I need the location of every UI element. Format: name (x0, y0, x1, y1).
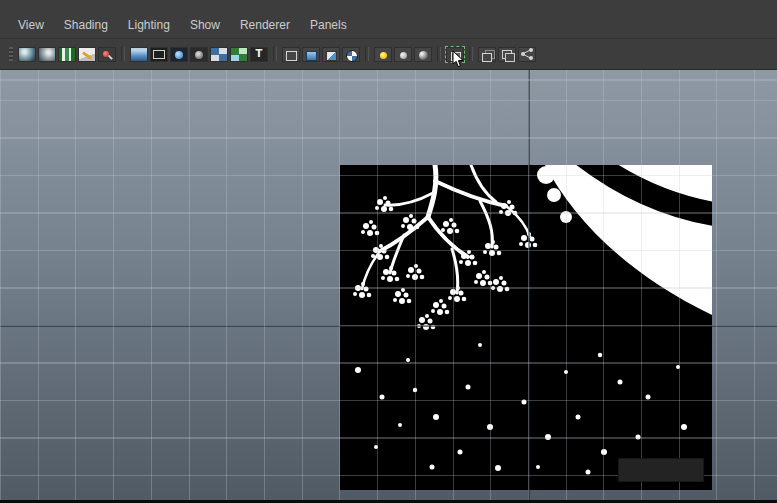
toolbar-handle[interactable] (9, 47, 13, 61)
resolution-gate-icon[interactable] (170, 47, 188, 62)
film-gate-icon[interactable] (150, 47, 168, 62)
image-plane-icon[interactable] (78, 47, 96, 62)
share-view-icon[interactable] (518, 47, 536, 62)
share-glyph (520, 48, 534, 60)
grid-z-axis (528, 70, 530, 503)
isolate-select-icon[interactable] (282, 47, 300, 62)
toolbar-separator (365, 47, 369, 61)
toolbar-separator (273, 47, 277, 61)
checker-material-icon[interactable] (342, 47, 360, 62)
toolbar-separator (469, 47, 473, 61)
image-plane-texture[interactable] (340, 165, 712, 490)
menu-show[interactable]: Show (180, 16, 230, 34)
safe-action-icon[interactable] (230, 47, 248, 62)
wireframe-on-shaded-icon[interactable] (302, 47, 320, 62)
camera-icon[interactable] (18, 47, 36, 62)
menu-lighting[interactable]: Lighting (118, 16, 180, 34)
use-default-lighting-icon[interactable] (374, 47, 392, 62)
viewport-canvas[interactable] (0, 70, 777, 503)
field-chart-icon[interactable] (210, 47, 228, 62)
overlay-box (618, 458, 704, 482)
toolbar-separator (437, 47, 441, 61)
panel-menubar: View Shading Lighting Show Renderer Pane… (0, 0, 777, 38)
viewport-cube-icon[interactable] (478, 47, 496, 62)
menu-view[interactable]: View (8, 16, 54, 34)
duplicate-view-icon[interactable] (498, 47, 516, 62)
object-selection-icon[interactable] (446, 47, 464, 62)
flat-lighting-icon[interactable] (394, 47, 412, 62)
menu-renderer[interactable]: Renderer (230, 16, 300, 34)
tree-texture-image (340, 165, 712, 490)
grease-pencil-icon[interactable] (98, 47, 116, 62)
safe-title-glyph: T (256, 49, 263, 59)
camera-attributes-icon[interactable] (38, 47, 56, 62)
bookmarks-icon[interactable] (58, 47, 76, 62)
textured-icon[interactable] (322, 47, 340, 62)
mouse-cursor-icon (452, 51, 465, 68)
menu-shading[interactable]: Shading (54, 16, 118, 34)
menu-panels[interactable]: Panels (300, 16, 357, 34)
safe-title-icon[interactable]: T (250, 47, 268, 62)
panel-toolbar: T (0, 38, 777, 70)
gate-mask-icon[interactable] (190, 47, 208, 62)
all-lights-icon[interactable] (414, 47, 432, 62)
grid-x-axis (0, 325, 777, 327)
smooth-shade-icon[interactable] (130, 47, 148, 62)
toolbar-separator (121, 47, 125, 61)
maya-panel: View Shading Lighting Show Renderer Pane… (0, 0, 777, 503)
